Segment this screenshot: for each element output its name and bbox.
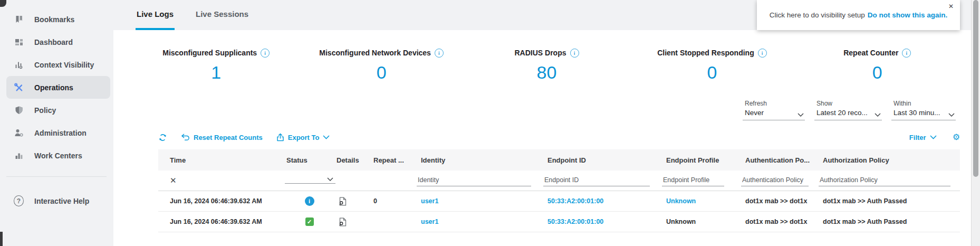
chevron-down-icon	[327, 177, 333, 181]
do-not-show-again-link[interactable]: Do not show this again.	[868, 11, 948, 19]
status-passed-icon[interactable]: ✓	[305, 217, 314, 226]
toast-message[interactable]: Click here to do visibility setup	[770, 11, 865, 19]
context-visibility-icon	[14, 60, 24, 70]
sidebar-item-work-centers[interactable]: Work Centers	[6, 144, 110, 167]
operations-icon	[14, 82, 24, 92]
reset-repeat-counts-label: Reset Repeat Counts	[194, 134, 263, 141]
scrollbar-thumb[interactable]	[973, 0, 978, 177]
metric-client-stopped-responding: Client Stopped Respondingi 0	[629, 48, 794, 83]
info-icon[interactable]: i	[758, 49, 767, 58]
sidebar-item-label: Administration	[34, 129, 87, 137]
cell-identity-link[interactable]: user1	[421, 197, 438, 205]
export-to-label: Export To	[288, 134, 320, 141]
info-icon[interactable]: i	[435, 49, 444, 58]
table-row[interactable]: Jun 16, 2024 06:46:39.632 AM ✓ user1 50:…	[158, 212, 960, 232]
sidebar-item-label: Context Visibility	[34, 61, 94, 69]
col-header-endpoint-profile[interactable]: Endpoint Profile	[662, 156, 741, 164]
sidebar-item-bookmarks[interactable]: Bookmarks	[6, 8, 110, 31]
vertical-scrollbar[interactable]	[971, 0, 980, 246]
table-row[interactable]: Jun 16, 2024 06:46:39.632 AM i 0 user1 5…	[158, 191, 960, 212]
desktop-edge-bottom	[0, 232, 3, 246]
chevron-down-icon	[930, 135, 937, 139]
within-select[interactable]: Within Last 30 minu...	[891, 100, 956, 120]
sidebar-item-dashboard[interactable]: Dashboard	[6, 31, 110, 53]
info-icon[interactable]: i	[570, 49, 579, 58]
within-value: Last 30 minu...	[893, 109, 940, 117]
endpoint-profile-filter-input[interactable]	[662, 176, 724, 186]
metric-value[interactable]: 0	[299, 62, 464, 83]
clear-filters-icon[interactable]: ✕	[158, 176, 177, 185]
sidebar-item-label: Interactive Help	[34, 197, 89, 205]
sidebar-item-interactive-help[interactable]: ? Interactive Help	[6, 190, 110, 212]
live-logs-panel: Misconfigured Supplicantsi 1 Misconfigur…	[113, 30, 980, 246]
cell-time: Jun 16, 2024 06:46:39.632 AM	[158, 197, 282, 205]
col-header-authorization-policy[interactable]: Authorization Policy	[819, 156, 960, 164]
metric-misconfigured-supplicants: Misconfigured Supplicantsi 1	[133, 48, 299, 83]
col-header-repeat[interactable]: Repeat ...	[369, 156, 417, 164]
administration-icon	[14, 128, 24, 138]
metric-label: Client Stopped Responding	[657, 49, 754, 57]
cell-authentication-policy: dot1x mab >> dot1x	[741, 197, 819, 205]
authentication-policy-filter-input[interactable]	[741, 176, 809, 186]
cell-endpoint-id-link[interactable]: 50:33:A2:00:01:00	[547, 197, 603, 205]
within-label: Within	[891, 100, 956, 107]
live-logs-table: Time Status Details Repeat ... Identity …	[158, 149, 960, 232]
metric-radius-drops: RADIUS Dropsi 80	[464, 48, 629, 83]
work-centers-icon	[14, 150, 24, 160]
details-report-icon[interactable]	[339, 217, 347, 226]
authorization-policy-filter-input[interactable]	[819, 176, 950, 186]
details-report-icon[interactable]	[339, 197, 347, 206]
col-header-details[interactable]: Details	[332, 156, 369, 164]
col-header-status[interactable]: Status	[282, 156, 332, 164]
sidebar-item-label: Policy	[34, 106, 56, 115]
sidebar-item-label: Bookmarks	[34, 15, 74, 24]
main-content: Live Logs Live Sessions Misconfigured Su…	[113, 0, 980, 246]
refresh-button[interactable]	[158, 133, 167, 142]
info-icon[interactable]: i	[261, 49, 270, 58]
sidebar-item-administration[interactable]: Administration	[6, 121, 110, 144]
col-header-identity[interactable]: Identity	[417, 156, 543, 164]
cell-endpoint-id-link[interactable]: 50:33:A2:00:01:00	[547, 218, 603, 225]
cell-repeat: 0	[369, 197, 417, 205]
sidebar-item-context-visibility[interactable]: Context Visibility	[6, 53, 110, 76]
info-icon[interactable]: i	[902, 49, 911, 58]
chevron-down-icon	[323, 135, 330, 139]
table-header-row: Time Status Details Repeat ... Identity …	[158, 149, 960, 171]
status-info-icon[interactable]: i	[305, 196, 314, 206]
status-filter-select[interactable]	[285, 177, 335, 184]
reset-repeat-counts-button[interactable]: Reset Repeat Counts	[181, 134, 263, 141]
cell-identity-link[interactable]: user1	[421, 218, 438, 225]
refresh-select[interactable]: Refresh Never	[743, 100, 805, 120]
metric-value[interactable]: 80	[464, 62, 629, 83]
dashboard-icon	[14, 37, 24, 47]
cell-authentication-policy: dot1x mab >> dot1x	[741, 218, 819, 225]
metric-value[interactable]: 0	[629, 62, 794, 83]
tab-live-sessions[interactable]: Live Sessions	[195, 0, 249, 30]
visibility-setup-toast: ✕ Click here to do visibility setup Do n…	[757, 0, 960, 30]
export-icon	[276, 133, 284, 141]
filter-button[interactable]: Filter	[909, 134, 937, 141]
metric-value[interactable]: 1	[133, 62, 299, 83]
table-toolbar: Reset Repeat Counts Export To Filter ⚙	[158, 130, 960, 144]
export-to-button[interactable]: Export To	[276, 133, 330, 141]
sidebar-divider	[6, 176, 107, 177]
sidebar-item-operations[interactable]: Operations	[6, 76, 110, 99]
col-header-time[interactable]: Time	[158, 156, 282, 164]
gear-icon[interactable]: ⚙	[953, 133, 960, 141]
chevron-down-icon	[948, 113, 955, 117]
metric-value[interactable]: 0	[795, 62, 960, 83]
cell-endpoint-profile-link[interactable]: Unknown	[666, 197, 696, 205]
close-icon[interactable]: ✕	[948, 3, 954, 10]
identity-filter-input[interactable]	[417, 176, 531, 186]
tab-live-logs[interactable]: Live Logs	[136, 0, 175, 30]
bookmarks-icon	[14, 14, 24, 24]
endpoint-id-filter-input[interactable]	[543, 176, 650, 186]
show-value: Latest 20 reco...	[816, 109, 868, 117]
cell-authorization-policy: dot1x mab >> Auth Passed	[819, 218, 960, 225]
refresh-icon	[158, 133, 167, 142]
metric-counters: Misconfigured Supplicantsi 1 Misconfigur…	[133, 48, 960, 83]
sidebar-item-policy[interactable]: Policy	[6, 99, 110, 121]
col-header-authentication-policy[interactable]: Authentication Po...	[741, 156, 819, 164]
col-header-endpoint-id[interactable]: Endpoint ID	[543, 156, 662, 164]
show-select[interactable]: Show Latest 20 reco...	[814, 100, 882, 120]
